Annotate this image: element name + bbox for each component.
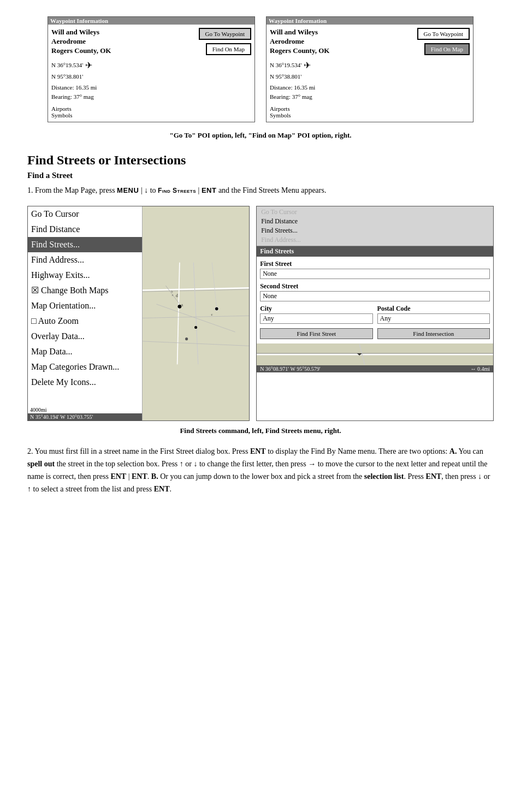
find-intersection-btn[interactable]: Find Intersection: [377, 328, 490, 339]
ent-key-1: ENT: [250, 447, 266, 455]
wp-name-left: Will and Wileys Aerodrome Rogers County,…: [51, 28, 194, 56]
waypoint-panel-left: Waypoint Information Will and Wileys Aer…: [48, 16, 255, 122]
spell-out: spell out: [27, 460, 55, 468]
ent-key-2: ENT: [110, 472, 126, 481]
wp-title-right: Waypoint Information: [267, 17, 473, 25]
wp-extra-left: Airports Symbols: [51, 105, 194, 118]
dist-label: 4000mi: [28, 406, 142, 413]
map-strip-svg: [257, 343, 493, 365]
find-streets-caption: Find Streets command, left, Find Streets…: [27, 426, 494, 435]
find-streets-label: Find Streets: [158, 187, 196, 194]
city-input[interactable]: Any: [260, 313, 372, 324]
wp-coords-left: N 36°19.534' ✈ N 95°38.801' Distance: 16…: [51, 59, 194, 102]
menu-key: MENU: [117, 186, 139, 194]
find-on-map-btn-left[interactable]: Find On Map: [206, 43, 251, 55]
svg-line-7: [212, 262, 216, 309]
svg-line-3: [193, 262, 198, 364]
wp-info-left: Will and Wileys Aerodrome Rogers County,…: [51, 28, 194, 118]
svg-text:a: a: [171, 293, 173, 296]
svg-point-9: [177, 304, 181, 308]
first-street-input[interactable]: None: [260, 269, 490, 279]
find-on-map-btn-right[interactable]: Find On Map: [424, 43, 470, 55]
section-title: Find Streets or Intersections: [27, 153, 494, 168]
airplane-icon-right: ✈: [304, 59, 311, 72]
find-streets-header: Find Streets: [257, 246, 493, 257]
wp-dist-right: Distance: 16.35 mi Bearing: 37° mag: [270, 83, 413, 101]
postal-input[interactable]: Any: [377, 313, 490, 324]
wp-extra-right: Airports Symbols: [270, 105, 413, 118]
svg-text:c: c: [211, 312, 213, 316]
find-street-heading: Find a Street: [27, 171, 494, 180]
status-bar-right: N 36°08.971' W 95°50.579' ↔ 0.4mi: [257, 365, 493, 372]
find-streets-menu: Go To Cursor Find Distance Find Streets.…: [28, 206, 143, 420]
menu-overlay-data[interactable]: Overlay Data...: [28, 329, 142, 344]
fs-menu-find-dist: Find Distance: [260, 217, 490, 226]
para2: 2. You must first fill in a street name …: [27, 445, 494, 495]
menu-find-streets[interactable]: Find Streets...: [28, 237, 142, 252]
first-street-label: First Street: [260, 259, 490, 269]
wp-name-right: Will and Wileys Aerodrome Rogers County,…: [270, 28, 413, 56]
find-streets-comparison: Go To Cursor Find Distance Find Streets.…: [27, 206, 494, 421]
wp-dist-left: Distance: 16.35 mi Bearing: 37° mag: [51, 83, 194, 101]
menu-find-distance[interactable]: Find Distance: [28, 222, 142, 237]
svg-point-11: [215, 307, 218, 311]
wp-buttons-right[interactable]: Go To Waypoint Find On Map: [417, 28, 470, 118]
menu-go-to-cursor[interactable]: Go To Cursor: [28, 206, 142, 222]
find-streets-left-panel: Go To Cursor Find Distance Find Streets.…: [27, 206, 250, 421]
find-streets-right-panel: Go To Cursor Find Distance Find Streets.…: [256, 206, 494, 421]
find-streets-form: First Street None Second Street None Cit…: [257, 257, 493, 343]
ent-key: ENT: [202, 186, 217, 194]
city-label: City: [260, 304, 372, 313]
svg-text:d: d: [176, 293, 178, 298]
status-bar-left: N 35°40.194' W 120°03.755': [28, 413, 142, 420]
second-street-label: Second Street: [260, 281, 490, 291]
para1: 1. From the Map Page, press MENU | ↓ to …: [27, 185, 494, 197]
menu-change-both-maps[interactable]: ☒ Change Both Maps: [28, 283, 142, 298]
menu-auto-zoom[interactable]: □ Auto Zoom: [28, 313, 142, 329]
waypoint-comparison: Waypoint Information Will and Wileys Aer…: [27, 16, 494, 122]
fs-menu-goto: Go To Cursor: [260, 208, 490, 217]
waypoint-panel-right: Waypoint Information Will and Wileys Aer…: [266, 16, 473, 122]
go-to-waypoint-btn-right[interactable]: Go To Waypoint: [417, 28, 470, 40]
svg-line-6: [143, 341, 249, 345]
menu-map-orientation[interactable]: Map Orientation...: [28, 298, 142, 313]
menu-highway-exits[interactable]: Highway Exits...: [28, 268, 142, 283]
second-street-input[interactable]: None: [260, 291, 490, 301]
ent-key-3: ENT: [132, 472, 147, 481]
wp-buttons-left[interactable]: Go To Waypoint Find On Map: [199, 28, 252, 118]
fs-menu-find-addr: Find Address...: [260, 235, 490, 245]
menu-find-address[interactable]: Find Address...: [28, 252, 142, 268]
svg-text:s: s: [181, 303, 183, 307]
fs-menu-find-streets: Find Streets...: [260, 226, 490, 235]
wp-title-left: Waypoint Information: [48, 17, 254, 25]
a-label: A.: [449, 447, 457, 455]
menu-map-data[interactable]: Map Data...: [28, 344, 142, 359]
menu-delete-icons[interactable]: Delete My Icons...: [28, 375, 142, 390]
wp-coords-right: N 36°19.534' ✈ N 95°38.801' Distance: 16…: [270, 59, 413, 102]
find-buttons-row: Find First Street Find Intersection: [260, 328, 490, 339]
ent-key-4: ENT: [426, 472, 442, 481]
map-background-left: d s c b a: [143, 206, 249, 420]
sel-list: selection list: [364, 472, 404, 481]
waypoint-caption: "Go To" POI option, left, "Find on Map" …: [27, 131, 494, 140]
wp-info-right: Will and Wileys Aerodrome Rogers County,…: [270, 28, 413, 118]
ent-key-5: ENT: [154, 485, 170, 493]
postal-label: Postal Code: [377, 304, 490, 313]
svg-point-12: [185, 337, 188, 340]
map-svg-left: d s c b a: [143, 206, 249, 420]
b-label: B.: [151, 472, 158, 481]
menu-map-categories[interactable]: Map Categories Drawn...: [28, 359, 142, 375]
find-first-street-btn[interactable]: Find First Street: [260, 328, 372, 339]
go-to-waypoint-btn-left[interactable]: Go To Waypoint: [199, 28, 252, 40]
svg-point-10: [194, 325, 197, 328]
svg-line-2: [177, 262, 180, 364]
map-strip-right: [257, 343, 493, 365]
airplane-icon-left: ✈: [85, 59, 92, 72]
